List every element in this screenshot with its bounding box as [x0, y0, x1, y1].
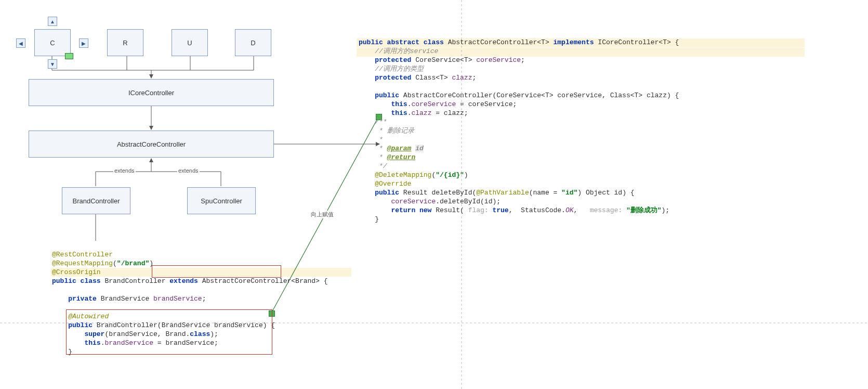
cr-l19i: "删除成功"	[626, 206, 662, 214]
cl-l5d: ;	[202, 295, 206, 303]
cr-l10: * 删除记录	[359, 127, 414, 135]
cr-l1f: ICoreController<	[598, 38, 663, 46]
cl-l1: @RestController	[52, 251, 113, 258]
label-spucontroller: SpuController	[201, 197, 242, 205]
cr-l6d: > coreService, Class<	[549, 92, 635, 99]
cr-l2: //调用方的service	[359, 47, 438, 55]
cr-l7d: = coreService;	[460, 100, 517, 108]
cl-l4e: {	[320, 277, 328, 285]
cr-l7c: coreService	[411, 100, 460, 108]
redbox-extends	[152, 265, 281, 278]
cr-l7a: this	[359, 100, 407, 108]
box-spucontroller[interactable]: SpuController	[187, 187, 256, 214]
cr-l13a: *	[359, 153, 387, 161]
cr-l5d: >	[444, 74, 452, 82]
cr-l13b: @return	[387, 153, 416, 161]
cr-l17d: (name =	[529, 189, 561, 197]
cr-l8d: = clazz;	[436, 109, 468, 117]
cl-l3: @CrossOrigin	[52, 268, 101, 276]
cr-l19a: return new	[359, 206, 436, 214]
cr-l18a	[359, 198, 391, 205]
label-icorecontroller: ICoreController	[128, 89, 174, 97]
cl-l4a: public class	[52, 277, 104, 285]
cr-l1e: implements	[554, 38, 598, 46]
cr-l17b: Result deleteById(	[403, 189, 476, 197]
cr-l5a: protected	[359, 74, 415, 82]
cr-l19b: Result(	[436, 206, 464, 214]
cl-l5a: private	[52, 295, 101, 303]
redbox-constructor	[66, 309, 272, 355]
cr-l6b: AbstractCoreController(CoreService<	[403, 92, 545, 99]
label-brandcontroller: BrandController	[72, 197, 120, 205]
cr-l19c: flag:	[464, 206, 493, 214]
label-abstractcorecontroller: AbstractCoreController	[117, 140, 186, 148]
cr-l15a: @DeleteMapping	[359, 171, 431, 179]
cr-l19e: , StatusCode.	[509, 206, 565, 214]
nav-down-icon[interactable]: ▼	[48, 59, 57, 69]
cr-l5f: ;	[472, 74, 476, 82]
cr-l12b: @param	[387, 145, 412, 152]
cr-l12a: *	[359, 145, 387, 152]
cr-l20: }	[359, 215, 379, 223]
cr-l1b: AbstractCoreController<	[448, 38, 541, 46]
stage: { "diagram": { "boxes": { "C": "C", "R":…	[0, 0, 868, 389]
cr-l3a: protected	[359, 56, 415, 64]
box-c[interactable]: C	[34, 29, 71, 56]
box-icorecontroller[interactable]: ICoreController	[29, 79, 274, 106]
cr-l8a: this	[359, 109, 407, 117]
cl-l2c: "/brand"	[117, 260, 149, 267]
cr-l19j: );	[662, 206, 670, 214]
cr-l11: *	[359, 136, 383, 144]
cr-l14: */	[359, 162, 387, 170]
resize-handle-icon[interactable]	[65, 53, 73, 59]
edge-extends-left: extends	[113, 167, 136, 174]
cr-l17a: public	[359, 189, 403, 197]
cl-l5c: brandService	[153, 295, 202, 303]
cr-l1g: T	[663, 38, 667, 46]
cr-l3d: >	[468, 56, 477, 64]
label-r: R	[123, 39, 127, 47]
box-d[interactable]: D	[235, 29, 271, 56]
edge-extends-right: extends	[177, 167, 200, 174]
cl-l2b: (	[113, 260, 117, 267]
cr-l16: @Override	[359, 180, 411, 188]
cr-l3e: coreService	[476, 56, 521, 64]
label-d: D	[251, 39, 255, 47]
cr-l5c: T	[440, 74, 444, 82]
cr-l19d: true	[492, 206, 508, 214]
cr-l5e: clazz	[452, 74, 472, 82]
box-r[interactable]: R	[107, 29, 143, 56]
code-right: public abstract class AbstractCoreContro…	[359, 29, 679, 224]
cr-l8c: clazz	[411, 109, 436, 117]
cr-l1c: T	[541, 38, 545, 46]
cr-l18c: .deleteById(id);	[436, 198, 501, 205]
cl-l2a: @RequestMapping	[52, 260, 113, 267]
cr-l1d: >	[545, 38, 554, 46]
cr-l15c: "/{id}"	[436, 171, 464, 179]
cl-l4c: extends	[169, 277, 202, 285]
cr-l9: /**	[359, 118, 387, 126]
cr-l6f: > clazz) {	[638, 92, 679, 99]
label-u: U	[187, 39, 192, 47]
cr-l18b: coreService	[391, 198, 436, 205]
cr-l19g: ,	[574, 206, 586, 214]
box-abstractcorecontroller[interactable]: AbstractCoreController	[29, 131, 274, 158]
nav-up-icon[interactable]: ▲	[48, 17, 57, 26]
cr-l3c: T	[464, 56, 468, 64]
cr-l19h: message:	[586, 206, 626, 214]
box-u[interactable]: U	[172, 29, 208, 56]
cr-l3f: ;	[521, 56, 525, 64]
nav-right-icon[interactable]: ▶	[79, 38, 88, 48]
cr-l3b: CoreService<	[415, 56, 464, 64]
cr-l17e: "id"	[561, 189, 577, 197]
box-brandcontroller[interactable]: BrandController	[62, 187, 130, 214]
cr-l19f: OK	[565, 206, 574, 214]
nav-left-icon[interactable]: ◀	[16, 38, 25, 48]
cr-l5b: Class<	[415, 74, 440, 82]
cr-l4: //调用方的类型	[359, 65, 424, 73]
cr-l15d: )	[464, 171, 468, 179]
cr-l6c: T	[545, 92, 549, 99]
cr-l17c: @PathVariable	[476, 189, 529, 197]
cr-l1h: > {	[667, 38, 679, 46]
label-c: C	[50, 39, 55, 47]
